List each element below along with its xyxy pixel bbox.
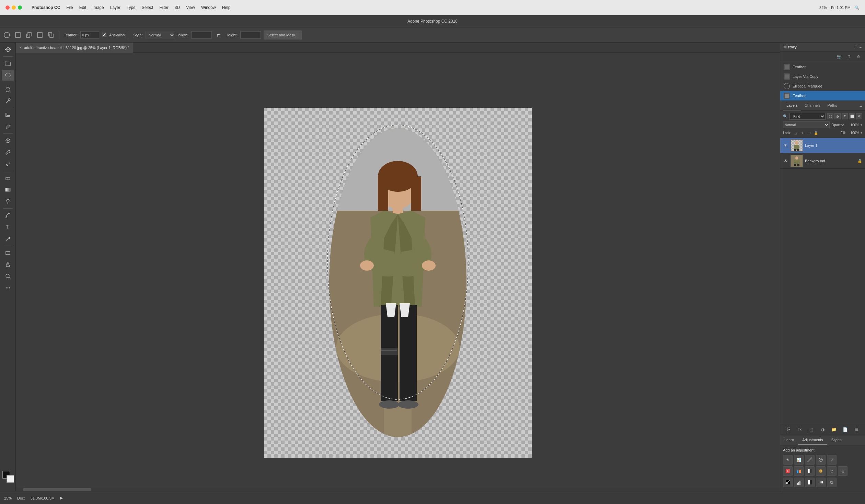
- menu-image[interactable]: Image: [92, 5, 104, 10]
- lock-artboard-icon[interactable]: ⊡: [806, 130, 812, 136]
- history-new-doc-icon[interactable]: 🗋: [845, 53, 853, 60]
- brush-tool[interactable]: [2, 147, 14, 158]
- selective-color-icon[interactable]: ⧉: [827, 478, 837, 487]
- new-group-button[interactable]: 📁: [830, 426, 838, 433]
- tab-styles[interactable]: Styles: [827, 435, 846, 445]
- menu-type[interactable]: Type: [127, 5, 136, 10]
- text-tool[interactable]: T: [2, 222, 14, 233]
- lasso-tool[interactable]: [2, 84, 14, 95]
- tab-layers[interactable]: Layers: [783, 101, 801, 110]
- menu-file[interactable]: File: [66, 5, 73, 10]
- tab-paths[interactable]: Paths: [824, 101, 841, 110]
- filter-shape-icon[interactable]: ⬜: [849, 113, 855, 119]
- history-item-layer-via-copy[interactable]: Layer Via Copy: [780, 72, 865, 81]
- history-panel-icon1[interactable]: ⊟: [854, 45, 857, 49]
- h-scrollbar-thumb[interactable]: [23, 488, 91, 491]
- search-icon[interactable]: 🔍: [855, 5, 860, 10]
- menu-view[interactable]: View: [186, 5, 195, 10]
- blend-mode-select[interactable]: Normal Multiply Screen Overlay: [783, 121, 830, 128]
- vibrance-icon[interactable]: ▽: [827, 455, 837, 465]
- history-item-feather-bottom[interactable]: Feather: [780, 91, 865, 101]
- layer-effects-button[interactable]: fx: [796, 426, 804, 433]
- layer-visibility-background[interactable]: 👁: [783, 158, 788, 164]
- menu-window[interactable]: Window: [201, 5, 216, 10]
- menu-3d[interactable]: 3D: [175, 5, 180, 10]
- layer-visibility-layer1[interactable]: 👁: [783, 143, 788, 148]
- horizontal-scrollbar[interactable]: [16, 487, 780, 492]
- filter-adj-icon[interactable]: ◑: [834, 113, 841, 119]
- crop-tool[interactable]: [2, 109, 14, 120]
- new-selection-icon[interactable]: [14, 31, 22, 39]
- select-mask-button[interactable]: Select and Mask...: [264, 31, 302, 39]
- magic-wand-tool[interactable]: [2, 95, 14, 106]
- menu-layer[interactable]: Layer: [110, 5, 120, 10]
- gradient-tool[interactable]: [2, 184, 14, 195]
- history-snapshot-icon[interactable]: 📷: [835, 53, 843, 60]
- layers-filter-select[interactable]: Kind Name Effect: [789, 113, 826, 120]
- link-layers-button[interactable]: ⛓: [785, 426, 793, 433]
- menu-photoshop[interactable]: Photoshop CC: [32, 5, 60, 10]
- eyedropper-tool[interactable]: [2, 121, 14, 132]
- threshold-icon[interactable]: [805, 478, 815, 487]
- menu-filter[interactable]: Filter: [159, 5, 169, 10]
- adjustment-layer-button[interactable]: ◑: [819, 426, 827, 433]
- shape-tool[interactable]: [2, 247, 14, 258]
- close-traffic-light[interactable]: [5, 5, 10, 10]
- layer-item-background[interactable]: 👁 Background 🔒: [780, 153, 865, 169]
- add-selection-icon[interactable]: [25, 31, 33, 39]
- fill-chevron[interactable]: ▾: [861, 131, 862, 134]
- lock-pixels-icon[interactable]: ⬚: [793, 130, 798, 136]
- bg-color-swatch[interactable]: [7, 475, 14, 483]
- tab-adjustments[interactable]: Adjustments: [798, 435, 827, 445]
- antialias-checkbox[interactable]: [102, 33, 106, 37]
- bw-icon[interactable]: [805, 466, 815, 476]
- fill-input[interactable]: [847, 131, 859, 135]
- heal-brush-tool[interactable]: [2, 135, 14, 146]
- curves-icon[interactable]: [805, 455, 815, 465]
- gradient-map-icon[interactable]: [816, 478, 826, 487]
- menu-help[interactable]: Help: [222, 5, 231, 10]
- tab-close-button[interactable]: ✕: [19, 46, 22, 49]
- canvas-image[interactable]: [264, 108, 532, 458]
- rect-marquee-tool[interactable]: [2, 58, 14, 69]
- ellipse-marquee-tool[interactable]: [2, 70, 14, 81]
- more-tools-button[interactable]: [2, 282, 14, 293]
- filter-smart-icon[interactable]: ⊕: [856, 113, 862, 119]
- maximize-traffic-light[interactable]: [18, 5, 22, 10]
- layer-item-layer1[interactable]: 👁 Layer 1: [780, 138, 865, 153]
- move-tool[interactable]: [2, 44, 14, 55]
- feather-input[interactable]: [80, 31, 99, 39]
- width-input[interactable]: [191, 31, 212, 39]
- intersect-selection-icon[interactable]: [47, 31, 55, 39]
- document-tab[interactable]: ✕ adult-attractive-beautiful-61120.jpg @…: [16, 43, 133, 53]
- color-balance-icon[interactable]: [794, 466, 804, 476]
- height-input[interactable]: [240, 31, 261, 39]
- menu-edit[interactable]: Edit: [79, 5, 86, 10]
- exposure-icon[interactable]: [816, 455, 826, 465]
- levels-icon[interactable]: 📊: [794, 455, 804, 465]
- history-item-feather-top[interactable]: Feather: [780, 62, 865, 72]
- photo-filter-icon[interactable]: [816, 466, 826, 476]
- posterize-icon[interactable]: [794, 478, 804, 487]
- invert-icon[interactable]: N: [783, 478, 793, 487]
- channel-mixer-icon[interactable]: ⊙: [827, 466, 837, 476]
- layers-panel-menu-icon[interactable]: ≡: [860, 103, 862, 108]
- lock-all-icon[interactable]: 🔒: [813, 130, 819, 136]
- opacity-chevron[interactable]: ▾: [861, 123, 862, 127]
- history-panel-collapse[interactable]: ≡: [860, 45, 862, 49]
- new-layer-button[interactable]: 📄: [842, 426, 849, 433]
- swap-dimensions-icon[interactable]: ⇄: [215, 31, 223, 39]
- history-delete-icon[interactable]: 🗑: [855, 53, 862, 60]
- minimize-traffic-light[interactable]: [12, 5, 16, 10]
- lock-position-icon[interactable]: ✛: [799, 130, 805, 136]
- pen-tool[interactable]: [2, 210, 14, 221]
- tab-learn[interactable]: Learn: [780, 435, 798, 445]
- opacity-input[interactable]: [845, 123, 859, 127]
- filter-type-icon[interactable]: T: [842, 113, 848, 119]
- style-select[interactable]: Normal Fixed Ratio Fixed Size: [146, 31, 175, 39]
- filter-pixel-icon[interactable]: ⬚: [827, 113, 833, 119]
- subtract-selection-icon[interactable]: [36, 31, 44, 39]
- history-item-elliptical-marquee[interactable]: Elliptical Marquee: [780, 81, 865, 91]
- eraser-tool[interactable]: [2, 173, 14, 184]
- color-lookup-icon[interactable]: ⊞: [838, 466, 847, 476]
